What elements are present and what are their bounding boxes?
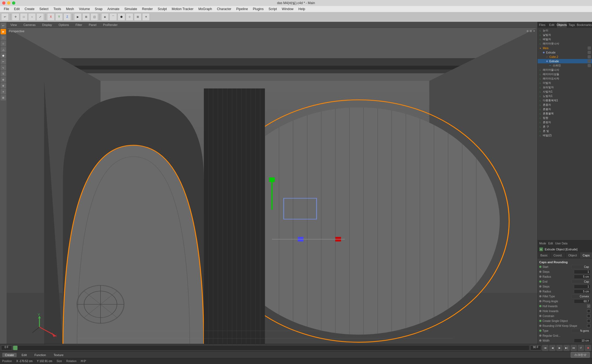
left-tool-6[interactable]: ⬟ [1, 53, 6, 58]
object-item-22[interactable]: L흔 구 [538, 125, 592, 129]
tab-filter[interactable]: Filter [74, 23, 84, 27]
edit-button[interactable]: Edit [548, 242, 553, 245]
left-tool-12[interactable]: ≡ [1, 89, 6, 94]
object-item-17[interactable]: L흔좀자 [538, 103, 592, 107]
frame-start-input[interactable]: 0 F [1, 345, 12, 350]
prop-value-15[interactable]: 10 cm [574, 339, 590, 343]
polygon-tool-button[interactable]: ⬟ [118, 13, 125, 21]
prop-value-5[interactable]: 5 cm [574, 289, 590, 294]
left-tool-10[interactable]: ⊕ [1, 77, 6, 82]
object-item-1[interactable]: L날빛자 [538, 33, 592, 37]
tab-display[interactable]: Display [40, 23, 54, 27]
rotate-button[interactable]: ○ [28, 13, 36, 21]
go-start-button[interactable]: ⏮ [542, 345, 548, 351]
viewport[interactable]: View Cameras Display Options Filter Pane… [7, 22, 537, 344]
play-button[interactable]: ▶ [556, 345, 562, 351]
go-end-button[interactable]: ⏭ [571, 345, 577, 351]
snap-button[interactable]: ⊹ [126, 13, 133, 21]
tab-view[interactable]: View [9, 23, 19, 27]
object-item-18[interactable]: L흔봄자 [538, 107, 592, 111]
menu-item-script[interactable]: Script [266, 7, 279, 11]
props-tab-coord[interactable]: Coord. [551, 252, 565, 258]
tab-options[interactable]: Options [57, 23, 71, 27]
panel-tab-objects[interactable]: Objects [557, 22, 567, 28]
object-item-12[interactable]: L더빛자 [538, 81, 592, 85]
menu-item-sculpt[interactable]: Sculpt [156, 7, 169, 11]
props-tab-caps[interactable]: Caps [580, 252, 592, 258]
render-region-button[interactable]: ⊞ [82, 13, 90, 21]
object-item-10[interactable]: L레이아이성들 [538, 72, 592, 76]
render-viewport-button[interactable]: ◫ [90, 13, 98, 21]
select-button[interactable]: □ [20, 13, 28, 21]
menu-item-mesh[interactable]: Mesh [64, 7, 76, 11]
prop-value-1[interactable]: 1 [574, 270, 590, 274]
menu-item-file[interactable]: File [2, 7, 11, 11]
tab-prorender[interactable]: ProRender [101, 23, 119, 27]
object-item-2[interactable]: L배빌자 [538, 37, 592, 42]
object-item-24[interactable]: L배빌(2) [538, 133, 592, 138]
prop-checkbox-8[interactable]: ✓ [587, 304, 590, 308]
prop-value-2[interactable]: 5 cm [574, 275, 590, 279]
menu-item-create[interactable]: Create [22, 7, 37, 11]
left-tool-1[interactable]: ↩ [1, 23, 6, 28]
menu-item-pipeline[interactable]: Pipeline [234, 7, 250, 11]
object-item-9[interactable]: L레이어들나사 [538, 68, 592, 72]
move-button[interactable]: ✛ [12, 13, 19, 21]
z-axis-button[interactable]: Z [63, 13, 71, 21]
tab-panel[interactable]: Panel [87, 23, 98, 27]
prop-checkbox-10[interactable] [587, 314, 590, 318]
prop-dropdown-6[interactable]: Convex [571, 294, 590, 298]
left-tool-4[interactable]: ⊹ [1, 41, 6, 46]
object-item-20[interactable]: L링짱 [538, 116, 592, 120]
object-item-16[interactable]: L다릉통복제1 [538, 98, 592, 103]
spline-tool-button[interactable]: ⌒ [109, 13, 117, 21]
panel-tab-bookmarks[interactable]: Bookmarks [577, 22, 592, 28]
y-axis-button[interactable]: Y [55, 13, 63, 21]
panel-tab-files[interactable]: Files [538, 22, 547, 28]
prop-checkbox-11[interactable] [587, 319, 590, 322]
menu-item-volume[interactable]: Volume [77, 7, 92, 11]
props-tab-basic[interactable]: Basic [538, 252, 551, 258]
undo-button[interactable]: ↩ [1, 13, 9, 21]
screenshot-button[interactable]: 스크린샷 [571, 352, 590, 358]
menu-item-snap[interactable]: Snap [93, 7, 105, 11]
prop-checkbox-9[interactable] [587, 309, 590, 313]
viewport-maximize-icon[interactable]: ⊕ [526, 29, 529, 32]
prev-frame-button[interactable]: ◀ [549, 345, 555, 351]
x-axis-button[interactable]: X [47, 13, 55, 21]
object-item-4[interactable]: ●Meis [538, 46, 592, 50]
panel-tab-edit[interactable]: Edit [547, 22, 557, 28]
minimize-button[interactable] [7, 1, 10, 5]
menu-item-mograph[interactable]: MoGraph [196, 7, 214, 11]
object-item-7[interactable]: ⬟Extrude [538, 59, 592, 63]
object-item-19[interactable]: L흔통불목 [538, 111, 592, 116]
bottom-tab-texture[interactable]: Texture [51, 353, 66, 357]
left-tool-9[interactable]: S [1, 71, 6, 76]
props-tab-object[interactable]: Object [565, 252, 580, 258]
prop-value-7[interactable]: 60.7 [574, 299, 590, 303]
left-tool-7[interactable]: ✂ [1, 59, 6, 64]
menu-item-animate[interactable]: Animate [105, 7, 122, 11]
menu-item-simulate[interactable]: Simulate [122, 7, 139, 11]
object-item-14[interactable]: L사빛자1 [538, 90, 592, 94]
menu-item-help[interactable]: Help [296, 7, 307, 11]
object-item-0[interactable]: L눈이 [538, 28, 592, 33]
viewport-close-icon[interactable]: ✕ [533, 29, 535, 32]
left-tool-3[interactable]: □ [1, 35, 6, 40]
menu-item-tools[interactable]: Tools [51, 7, 63, 11]
menu-item-plugins[interactable]: Plugins [251, 7, 266, 11]
bottom-tab-function[interactable]: Function [32, 353, 49, 357]
render-button[interactable]: ▶ [74, 13, 82, 21]
maximize-button[interactable] [12, 1, 15, 5]
menu-item-character[interactable]: Character [215, 7, 234, 11]
scale-button[interactable]: ⤢ [36, 13, 44, 21]
viewport-settings-icon[interactable]: ⊞ [530, 29, 532, 32]
object-item-8[interactable]: 〜스파인 [538, 63, 592, 68]
object-item-21[interactable]: L흔팡자 [538, 120, 592, 125]
object-item-23[interactable]: L흔 빛 [538, 129, 592, 133]
object-item-3[interactable]: L레이아웃나사 [538, 42, 592, 46]
scene-canvas[interactable]: Y X Grid Spacing - 100 cm [7, 28, 537, 344]
menu-item-edit[interactable]: Edit [12, 7, 22, 11]
bottom-tab-create[interactable]: Create [2, 353, 17, 357]
prop-dropdown-13[interactable]: N-gons [571, 329, 590, 333]
